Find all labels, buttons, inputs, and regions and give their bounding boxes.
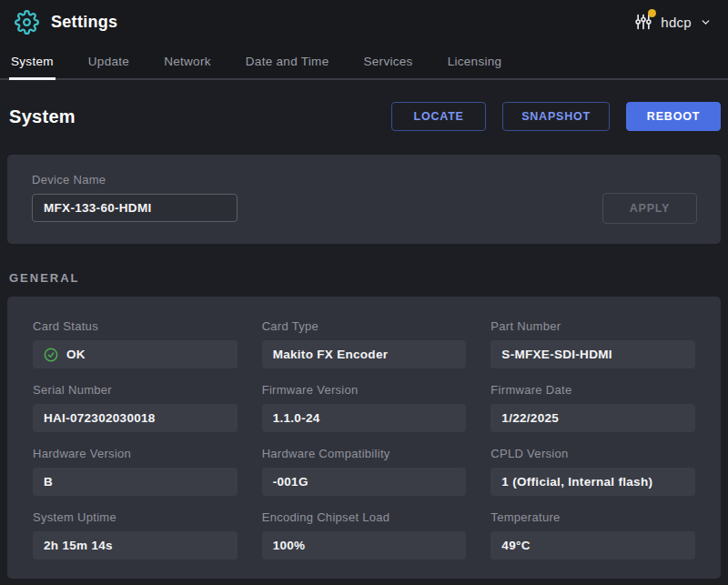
field-card-type-value: Makito FX Encoder [262,340,467,368]
field-part-number-value: S-MFXE-SDI-HDMI [490,340,695,368]
field-part-number-label: Part Number [490,319,695,333]
general-fields-grid: Card Status OK Card Type Makito FX Encod… [33,319,695,560]
main-content: System LOCATE SNAPSHOT REBOOT Device Nam… [0,102,728,579]
field-hardware-version-label: Hardware Version [33,447,238,460]
device-name-label: Device Name [32,173,699,187]
page-title: System [9,106,76,127]
field-part-number-text: S-MFXE-SDI-HDMI [501,348,612,361]
field-card-status-text: OK [66,348,86,361]
settings-gear-icon [15,10,39,35]
field-cpld-version-text: 1 (Official, Internal flash) [501,475,652,489]
field-firmware-date-label: Firmware Date [490,383,695,397]
field-hardware-compatibility-value: -001G [262,468,467,496]
field-firmware-version-value: 1.1.0-24 [262,404,467,432]
apply-button[interactable]: APPLY [602,193,697,224]
field-firmware-version-text: 1.1.0-24 [273,411,320,425]
reboot-button[interactable]: REBOOT [626,102,721,131]
field-card-type: Card Type Makito FX Encoder [262,319,467,368]
tab-licensing[interactable]: Licensing [446,44,504,78]
field-encoding-chipset-load-value: 100% [262,531,467,560]
field-card-status-value: OK [33,340,238,368]
field-cpld-version: CPLD Version 1 (Official, Internal flash… [490,447,695,496]
field-firmware-date-text: 1/22/2025 [501,411,559,425]
field-card-type-text: Makito FX Encoder [273,348,389,361]
app-header-left: Settings [15,10,117,35]
user-menu[interactable]: hdcp [634,13,712,31]
settings-tabs: System Update Network Date and Time Serv… [0,44,728,80]
tab-system-label: System [11,55,54,68]
field-firmware-version-label: Firmware Version [262,383,467,397]
page-title-row: System LOCATE SNAPSHOT REBOOT [7,102,721,131]
general-section-heading: GENERAL [9,271,721,285]
tab-date-and-time-label: Date and Time [246,55,329,68]
page-actions: LOCATE SNAPSHOT REBOOT [391,102,721,131]
tab-licensing-label: Licensing [448,55,502,68]
tab-system[interactable]: System [9,44,56,78]
app-header: Settings hdcp [0,0,728,44]
field-encoding-chipset-load-text: 100% [273,539,306,552]
tab-update-label: Update [88,55,129,68]
field-temperature: Temperature 49°C [490,510,695,560]
field-firmware-date: Firmware Date 1/22/2025 [490,383,695,432]
field-temperature-label: Temperature [490,510,695,524]
snapshot-button[interactable]: SNAPSHOT [502,102,610,131]
field-cpld-version-label: CPLD Version [490,447,695,460]
field-encoding-chipset-load-label: Encoding Chipset Load [262,510,467,524]
field-serial-number-label: Serial Number [33,383,238,397]
field-cpld-version-value: 1 (Official, Internal flash) [490,468,695,496]
field-temperature-value: 49°C [490,531,695,560]
field-hardware-compatibility-label: Hardware Compatibility [262,447,467,460]
field-serial-number: Serial Number HAI-072302030018 [33,383,238,432]
tab-network-label: Network [164,55,211,68]
field-hardware-version: Hardware Version B [33,447,238,496]
field-hardware-compatibility-text: -001G [273,475,308,489]
tab-services-label: Services [363,55,412,68]
field-firmware-date-value: 1/22/2025 [490,404,695,432]
locate-button[interactable]: LOCATE [391,102,486,131]
field-system-uptime: System Uptime 2h 15m 14s [33,510,238,560]
device-name-card: Device Name APPLY [7,155,721,244]
field-temperature-text: 49°C [501,539,530,552]
field-encoding-chipset-load: Encoding Chipset Load 100% [262,510,467,560]
field-system-uptime-value: 2h 15m 14s [33,531,238,560]
field-system-uptime-label: System Uptime [33,510,238,524]
field-card-type-label: Card Type [262,319,467,333]
check-circle-icon [44,348,58,362]
tab-update[interactable]: Update [86,44,131,78]
chevron-down-icon [700,16,712,28]
field-serial-number-text: HAI-072302030018 [44,411,156,425]
tab-services[interactable]: Services [361,44,414,78]
field-firmware-version: Firmware Version 1.1.0-24 [262,383,467,432]
field-system-uptime-text: 2h 15m 14s [44,539,113,552]
general-card: Card Status OK Card Type Makito FX Encod… [7,297,721,579]
field-card-status: Card Status OK [33,319,238,368]
field-part-number: Part Number S-MFXE-SDI-HDMI [490,319,695,368]
field-hardware-version-value: B [33,468,238,496]
field-hardware-compatibility: Hardware Compatibility -001G [262,447,467,496]
hdcp-sliders-icon [634,13,652,31]
app-title: Settings [51,13,117,32]
device-name-input[interactable] [32,194,238,222]
field-hardware-version-text: B [44,475,53,489]
tab-network[interactable]: Network [162,44,213,78]
field-serial-number-value: HAI-072302030018 [33,404,238,432]
user-menu-label: hdcp [661,15,692,30]
tab-date-and-time[interactable]: Date and Time [244,44,331,78]
notification-dot [648,9,656,17]
field-card-status-label: Card Status [33,319,238,333]
